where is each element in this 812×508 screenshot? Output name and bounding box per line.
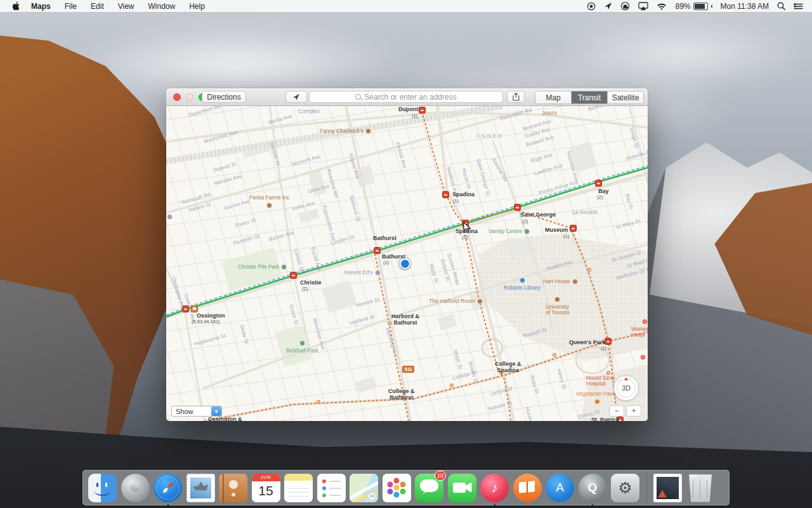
station-icon-bay[interactable] [595,180,602,187]
dock-icon-calendar[interactable]: JUN15 [252,474,280,502]
dock-icon-messages[interactable]: 10 [415,474,443,502]
dock-icon-reminders[interactable] [317,474,346,502]
stop-label[interactable]: Harbord &Bathurst [391,314,419,326]
creative-cloud-icon[interactable] [620,1,630,11]
station-icon-dupont[interactable] [419,107,426,114]
dock-icon-facetime[interactable] [448,474,476,502]
poi-fanny-chadwick-s[interactable]: Fanny Chadwick's [320,128,371,134]
dock-icon-safari[interactable] [154,474,182,502]
stop-label[interactable]: Ossington & [208,417,242,421]
station-label-museum[interactable]: Museum [545,227,568,233]
compass-3d-control[interactable]: 3D [613,375,639,401]
menu-item-view[interactable]: View [118,2,134,11]
station-label-christie[interactable]: Christie [300,279,322,286]
poi-la-soci-t-[interactable]: La Société [572,210,598,215]
station-icon-queen-s-park[interactable] [605,338,612,345]
station-icon-saint-george[interactable] [514,204,521,211]
station-label-spadina[interactable]: Spadina [452,191,475,197]
apple-menu-icon[interactable] [11,1,20,11]
wifi-icon[interactable] [657,3,667,10]
station-icon-bathurst[interactable] [374,247,381,254]
stop-label[interactable]: College &Spadina [495,361,521,373]
directions-button[interactable]: Directions [202,91,246,103]
station-icon-ossington[interactable] [182,305,189,312]
dock-icon-maps[interactable] [350,474,378,502]
zoom-out-button[interactable]: − [609,405,624,417]
notification-center-icon[interactable] [794,3,803,10]
poi-women-s-c[interactable]: +Women's CHospi [631,319,648,338]
current-location-button[interactable] [285,91,307,103]
zoom-in-button[interactable]: + [626,405,641,417]
station-icon-museum[interactable] [570,225,577,232]
tab-map[interactable]: Map [535,91,572,104]
menu-clock[interactable]: Mon 11:38 AM [721,2,769,11]
station-label-dupont[interactable]: Dupont [398,106,419,112]
window-titlebar[interactable]: Directions Search or enter an address Ma… [166,88,648,106]
screen-record-icon[interactable] [587,2,596,11]
station-label-saint-george[interactable]: Saint George [520,211,556,218]
poi-fiesta-farms-inc[interactable]: Fiesta Farms Inc [249,195,289,208]
dock-icon-stack[interactable] [653,474,682,502]
dock-icon-sysprefs[interactable]: ⚙ [611,474,639,502]
poi-label: Fiesta Farms Inc [249,195,289,201]
share-icon [513,93,520,101]
dock-icon-notes[interactable] [284,474,313,502]
station-icon-christie[interactable] [290,272,297,279]
share-button[interactable] [507,91,525,103]
poi-marker[interactable] [167,214,173,220]
poi-complex[interactable]: Complex [298,109,320,114]
station-label-queen-s-park[interactable]: Queen's Park [569,339,605,345]
poi-label: ANNEX [476,133,504,139]
menu-item-maps[interactable]: Maps [31,2,51,11]
dock-icon-photos[interactable] [383,474,411,502]
location-services-icon[interactable] [604,2,612,10]
poi-varsity-centre[interactable]: Varsity Centre [488,229,530,234]
stop-label[interactable]: College &Bathurst [388,389,415,401]
show-dropdown[interactable]: Show ▾ [171,406,222,417]
dock-icon-ibooks[interactable] [513,474,542,502]
station-icon-spadina[interactable] [442,191,449,198]
dock-icon-itunes[interactable]: ♪ [480,474,509,502]
poi-honest-ed-s[interactable]: Honest Ed's [344,270,381,276]
maps-window: Directions Search or enter an address Ma… [166,88,648,420]
dock-icon-launchpad[interactable] [121,474,150,502]
stop-label[interactable]: Bathurst [373,236,396,242]
dock-icon-appstore[interactable]: A [546,474,574,502]
battery-indicator[interactable]: 89% [675,2,712,11]
poi-robarts-library[interactable]: Robarts Library [504,277,540,291]
map-canvas[interactable]: Davenport RdMelita AveDavenport RdWychcr… [166,106,648,421]
compass-3d-label: 3D [617,378,636,398]
dock-icon-contacts[interactable] [219,474,247,502]
station-label-bay[interactable]: Bay [598,188,609,194]
menu-item-file[interactable]: File [65,2,77,11]
poi-vegetarian-haven[interactable]: Vegetarian Haven [576,391,619,404]
menu-item-window[interactable]: Window [148,2,176,11]
poi-tu[interactable]: +TuHc [640,351,648,363]
poi-dot-icon [266,203,272,208]
spotlight-icon[interactable] [777,2,785,10]
poi-the-harbord-room[interactable]: The Harbord Room [429,298,483,304]
station-label-st-patrick[interactable]: St. Patrick [591,417,619,421]
dock-icon-mail[interactable] [187,474,215,502]
tab-satellite[interactable]: Satellite [608,91,643,104]
menu-item-edit[interactable]: Edit [91,2,104,11]
poi-annex[interactable]: ANNEX [476,133,504,139]
airplay-display-icon[interactable] [638,2,648,10]
poi-university[interactable]: Universityof Toronto [546,297,570,316]
station-label-ossington[interactable]: Ossington [197,312,225,319]
running-indicator [167,504,169,506]
tab-transit[interactable]: Transit [572,91,608,104]
desktop: MapsFileEditViewWindowHelp 89% Mon 11:38… [0,0,812,508]
close-button[interactable] [173,93,181,101]
minimize-button[interactable] [186,93,193,101]
poi-bickford-park[interactable]: Bickford Park [286,340,318,354]
dock-icon-quicktime[interactable]: Q [579,474,607,502]
bus-icon-ossington[interactable] [191,305,198,312]
dock-icon-trash[interactable] [686,474,715,502]
menu-item-help[interactable]: Help [189,2,205,11]
poi-christie-pits-park[interactable]: Christie Pits Park [238,264,287,270]
poi-hart-house[interactable]: Hart House [543,279,578,284]
search-input[interactable]: Search or enter an address [309,91,503,103]
poi-joso-s[interactable]: Joso's [542,110,557,116]
dock-icon-finder[interactable] [88,474,117,502]
